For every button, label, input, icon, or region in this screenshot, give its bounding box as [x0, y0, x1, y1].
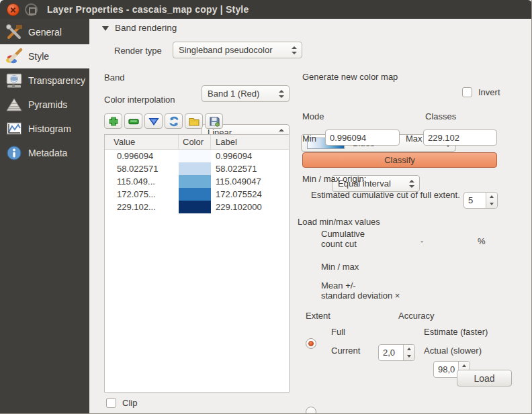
table-row[interactable]: 58.022571 58.022571 [105, 162, 289, 175]
load-label: Load [474, 373, 494, 384]
cell-value: 0.996094 [105, 150, 179, 162]
cell-label: 58.022571 [211, 162, 289, 175]
add-color-button[interactable] [104, 113, 122, 129]
section-title: Band rendering [115, 23, 177, 33]
combo-arrows-icon [279, 90, 284, 98]
color-swatch [179, 175, 211, 188]
band-rendering-section-header[interactable]: Band rendering [102, 23, 177, 33]
invert-label: Invert [478, 87, 500, 97]
invert-row: Invert [462, 87, 500, 97]
table-row[interactable]: 172.075... 172.075524 [105, 188, 289, 201]
sidebar-item-transparency[interactable]: Transparency [0, 68, 89, 93]
table-header-row[interactable]: Value Color Label [105, 135, 289, 150]
close-icon[interactable] [7, 3, 19, 16]
color-swatch [179, 201, 211, 213]
cell-label: 115.049047 [211, 175, 289, 188]
classes-spinbox[interactable]: 5 [463, 192, 498, 209]
accuracy-actual-label: Actual (slower) [424, 346, 482, 356]
maximize-icon[interactable] [25, 3, 38, 16]
band-value: Band 1 (Red) [208, 89, 289, 99]
extent-current-label: Current [331, 346, 360, 356]
minmax-radio-label: Min / max [321, 262, 359, 272]
extent-label: Extent [306, 311, 330, 321]
refresh-button[interactable] [165, 113, 183, 129]
invert-checkbox[interactable] [462, 87, 472, 97]
clip-checkbox[interactable] [106, 398, 116, 408]
save-colormap-file-button[interactable] [205, 113, 223, 129]
sidebar-item-label: Histogram [28, 123, 71, 134]
classify-label: Classify [384, 155, 415, 165]
sort-colors-button[interactable] [144, 113, 163, 129]
max-value: 229.102 [428, 133, 459, 143]
load-button[interactable]: Load [457, 370, 512, 386]
clip-row: Clip [106, 398, 137, 408]
extent-full-label: Full [331, 327, 345, 337]
column-header-color[interactable]: Color [179, 135, 211, 149]
add-color-icon [107, 115, 120, 127]
sidebar-item-metadata[interactable]: Metadata [0, 141, 89, 165]
paintbrush-icon [5, 48, 23, 65]
colormap-table[interactable]: Value Color Label 0.996094 0.996094 58.0… [104, 134, 290, 393]
sidebar-item-label: Transparency [28, 75, 85, 86]
band-label: Band [104, 72, 124, 83]
table-row[interactable]: 0.996094 0.996094 [105, 150, 289, 162]
color-swatch [179, 162, 211, 175]
transparency-icon [5, 72, 23, 89]
load-minmax-title: Load min/max values [298, 217, 380, 227]
color-swatch [179, 150, 211, 162]
open-file-icon [188, 115, 200, 127]
band-combobox[interactable]: Band 1 (Red) [202, 85, 290, 102]
sidebar-item-general[interactable]: General [0, 20, 89, 44]
classify-button[interactable]: Classify [302, 152, 497, 168]
cumulative-from-spinbox[interactable]: 2,0 [378, 344, 415, 361]
minmax-origin-label: Min / max origin: [302, 174, 366, 184]
table-row[interactable]: 229.102... 229.102000 [105, 201, 289, 213]
min-input[interactable]: 0.996094 [325, 130, 400, 146]
min-value: 0.996094 [330, 133, 366, 143]
cumulative-count-cut-radio[interactable] [306, 338, 316, 349]
sidebar-item-pyramids[interactable]: Pyramids [0, 93, 89, 117]
generate-colormap-title: Generate new color map [302, 72, 398, 82]
render-type-value: Singleband pseudocolor [179, 45, 302, 55]
sidebar-item-label: Pyramids [28, 99, 67, 110]
remove-color-button[interactable] [124, 113, 142, 129]
spin-arrows-icon[interactable] [403, 345, 414, 360]
max-input[interactable]: 229.102 [423, 130, 497, 146]
colormap-toolbar [104, 113, 225, 129]
cell-value: 229.102... [105, 201, 179, 213]
mode-label: Mode [302, 111, 324, 121]
spin-arrows-icon[interactable] [486, 193, 497, 208]
percent-label: % [478, 236, 486, 246]
column-header-value[interactable]: Value [105, 135, 179, 149]
save-file-icon [208, 115, 220, 127]
classes-label: Classes [425, 111, 456, 121]
accuracy-estimate-label: Estimate (faster) [424, 327, 488, 337]
cumulative-count-cut-label: Cumulative count cut [321, 229, 365, 249]
cell-label: 0.996094 [211, 150, 289, 162]
table-row[interactable]: 115.049... 115.049047 [105, 175, 289, 188]
render-type-combobox[interactable]: Singleband pseudocolor [173, 42, 302, 58]
style-page: Band rendering Render type Singleband ps… [89, 19, 532, 414]
cell-value: 115.049... [105, 175, 179, 188]
refresh-icon [168, 115, 180, 127]
minmax-radio[interactable] [306, 407, 316, 414]
render-type-label: Render type [114, 46, 162, 56]
load-colormap-file-button[interactable] [185, 113, 203, 129]
cumulative-to-value: 98,0 [438, 364, 455, 374]
sidebar-item-label: General [28, 27, 62, 38]
max-label: Max [406, 134, 423, 144]
minmax-origin-value: Estimated cumulative cut of full extent. [311, 190, 460, 200]
pyramid-icon [5, 96, 23, 113]
sort-down-icon [148, 115, 160, 127]
range-separator: - [420, 236, 423, 246]
sidebar-item-label: Metadata [28, 148, 67, 158]
titlebar[interactable]: Layer Properties - cascais_map copy | St… [0, 0, 532, 19]
window-title: Layer Properties - cascais_map copy | St… [47, 4, 249, 15]
sidebar-item-histogram[interactable]: Histogram [0, 117, 89, 141]
column-header-label[interactable]: Label [211, 135, 289, 149]
remove-color-icon [128, 115, 140, 127]
sidebar-item-style[interactable]: Style [0, 44, 89, 68]
cumulative-from-value: 2,0 [383, 348, 395, 358]
min-label: Min [302, 134, 316, 144]
color-interpolation-label: Color interpolation [104, 95, 175, 105]
